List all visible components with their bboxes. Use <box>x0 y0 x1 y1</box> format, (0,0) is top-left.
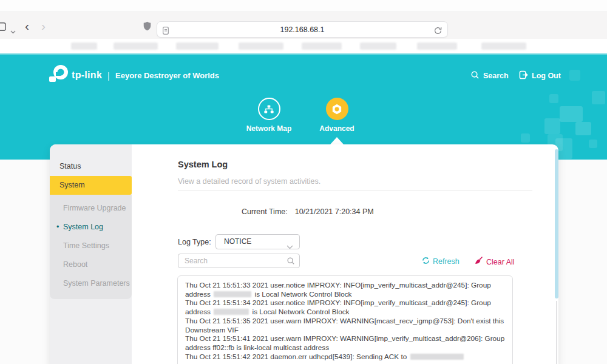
current-time-row: Current Time:10/21/2021 7:20:34 PM <box>242 207 374 216</box>
current-time-label: Current Time: <box>242 207 288 216</box>
deco-square <box>575 122 591 135</box>
current-time-value: 10/21/2021 7:20:34 PM <box>295 207 374 216</box>
bookmark-redacted[interactable] <box>302 42 342 50</box>
bookmark-redacted[interactable] <box>71 42 97 50</box>
sidebar-item-system[interactable]: System <box>50 176 132 195</box>
redacted-text <box>214 309 249 315</box>
gear-icon <box>326 98 348 120</box>
deco-square <box>549 94 558 103</box>
page-subtitle: View a detailed record of system activit… <box>178 177 320 186</box>
deco-square <box>521 133 530 143</box>
back-button[interactable]: ‹ <box>25 19 29 32</box>
log-type-select[interactable]: NOTICE <box>215 234 300 249</box>
brand-name: tp-link <box>72 70 102 81</box>
log-entry: Thu Oct 21 15:51:34 2021 user.notice IMP… <box>185 298 505 316</box>
content-panel: Status System Firmware Upgrade • System … <box>50 144 558 364</box>
router-header: tp-link | Eeyore Destroyer of Worlds Sea… <box>0 53 607 160</box>
refresh-label: Refresh <box>433 257 459 266</box>
panel-scrollbar-track <box>556 301 557 364</box>
bookmark-redacted[interactable] <box>360 42 396 50</box>
chevron-down-icon <box>287 240 293 254</box>
sidebar-item-label: System Parameters <box>63 279 130 288</box>
sidebar-submenu: Firmware Upgrade • System Log Time Setti… <box>50 195 132 299</box>
broom-icon <box>475 257 483 267</box>
sidebar-item-time-settings[interactable]: Time Settings <box>50 237 132 255</box>
bookmark-redacted[interactable] <box>239 42 283 50</box>
tab-network-map-label: Network Map <box>242 124 296 133</box>
sidebar: Status System Firmware Upgrade • System … <box>50 144 132 364</box>
deco-square <box>544 118 560 134</box>
log-search <box>178 254 300 268</box>
tab-advanced-label: Advanced <box>310 124 364 133</box>
sidebar-item-label: Reboot <box>63 260 87 269</box>
privacy-shield-icon[interactable] <box>143 21 151 33</box>
log-entries: Thu Oct 21 15:51:33 2021 user.notice IMP… <box>185 281 505 361</box>
tab-advanced[interactable]: Advanced <box>310 98 364 133</box>
sidebar-item-label: Status <box>59 162 81 170</box>
log-type-value: NOTICE <box>224 237 251 246</box>
logout-label: Log Out <box>532 72 561 80</box>
brand: tp-link | Eeyore Destroyer of Worlds <box>47 66 219 85</box>
deco-square <box>560 106 583 122</box>
clear-all-label: Clear All <box>486 258 515 266</box>
deco-square <box>569 70 580 81</box>
log-entry: Thu Oct 21 15:51:35 2021 user.warn IMPRO… <box>185 317 505 334</box>
deco-square <box>592 91 605 104</box>
log-entry: Thu Oct 21 15:51:42 2021 daemon.err udhc… <box>185 352 505 362</box>
header-search-button[interactable]: Search <box>470 70 509 81</box>
page-icon <box>163 26 169 37</box>
system-log-box[interactable]: Thu Oct 21 15:51:33 2021 user.notice IMP… <box>177 275 513 364</box>
reload-icon[interactable] <box>434 26 442 37</box>
sidebar-item-firmware-upgrade[interactable]: Firmware Upgrade <box>50 199 132 218</box>
bookmarks-bar <box>0 39 607 53</box>
refresh-icon <box>422 257 430 266</box>
divider <box>178 190 532 191</box>
browser-chrome: ‹ › 192.168.68.1 <box>0 0 607 53</box>
header-search-label: Search <box>483 72 509 80</box>
redacted-text <box>410 354 464 360</box>
sidebar-item-status[interactable]: Status <box>50 157 132 176</box>
network-map-icon <box>258 98 280 120</box>
search-icon <box>470 70 480 81</box>
screenshot-root: ‹ › 192.168.68.1 <box>0 0 607 364</box>
panel-scrollbar-thumb[interactable] <box>555 149 558 298</box>
logout-icon <box>519 70 528 81</box>
sidebar-toggle-icon[interactable] <box>0 22 6 33</box>
bookmark-redacted[interactable] <box>481 42 526 50</box>
bookmark-redacted[interactable] <box>176 42 219 50</box>
logout-button[interactable]: Log Out <box>519 70 561 81</box>
clear-all-button[interactable]: Clear All <box>475 257 515 267</box>
tab-strip <box>0 0 607 12</box>
url-bar[interactable]: 192.168.68.1 <box>157 21 448 38</box>
sidebar-item-system-parameters[interactable]: System Parameters <box>50 274 132 293</box>
tab-network-map[interactable]: Network Map <box>242 98 296 133</box>
brand-separator: | <box>107 70 110 81</box>
sidebar-item-system-log[interactable]: • System Log <box>50 218 132 237</box>
log-entry: Thu Oct 21 15:51:41 2021 user.warn IMPRO… <box>185 334 505 352</box>
deco-square <box>589 140 597 148</box>
sidebar-item-label: Firmware Upgrade <box>63 204 126 212</box>
bookmark-redacted[interactable] <box>417 42 457 50</box>
active-tab-pointer <box>330 137 344 144</box>
redacted-text <box>214 291 251 297</box>
log-search-input[interactable] <box>178 254 300 268</box>
search-icon[interactable] <box>287 257 295 268</box>
tp-link-logo <box>47 64 69 86</box>
chevron-down-icon[interactable] <box>10 25 16 36</box>
log-type-label: Log Type: <box>178 238 211 246</box>
forward-button[interactable]: › <box>41 19 46 32</box>
bookmark-redacted[interactable] <box>114 42 158 50</box>
log-entry: Thu Oct 21 15:51:33 2021 user.notice IMP… <box>185 281 505 298</box>
sidebar-item-reboot[interactable]: Reboot <box>50 255 132 274</box>
refresh-button[interactable]: Refresh <box>422 257 459 266</box>
active-bullet: • <box>56 218 59 237</box>
browser-toolbar: ‹ › 192.168.68.1 <box>0 12 607 39</box>
sidebar-item-label: System <box>59 181 85 189</box>
device-title: Eeyore Destroyer of Worlds <box>115 71 219 80</box>
sidebar-item-label: System Log <box>63 223 103 231</box>
sidebar-item-label: Time Settings <box>63 241 109 250</box>
page-title: System Log <box>178 160 228 169</box>
url-text: 192.168.68.1 <box>280 25 325 34</box>
